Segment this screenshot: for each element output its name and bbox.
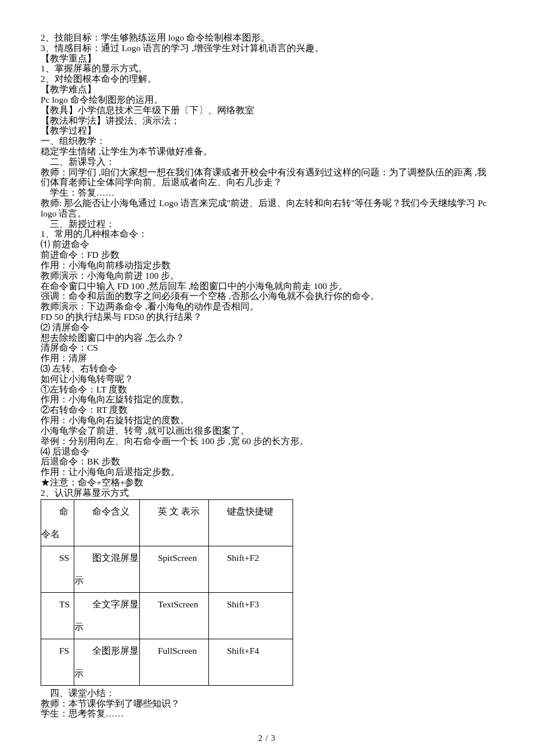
body-text: FD 50 的执行结果与 FD50 的执行结果？ [41, 312, 493, 322]
table-cell: FullScreen [140, 639, 209, 685]
body-text: ★注意：命令+空格+参数 [41, 477, 493, 488]
body-text: 作用：小海龟向右旋转指定的度数。 [41, 415, 493, 426]
document-page: 2、技能目标：学生够熟练运用 logo 命令绘制根本图形。 3、情感目标：通过 … [0, 0, 534, 756]
body-text: ⑶ 左转、右转命令 [41, 363, 493, 374]
body-text: 2、对绘图根本命令的理解。 [41, 74, 493, 84]
body-text: ⑵ 清屏命令 [41, 322, 493, 333]
body-text: ②右转命令：RT 度数 [41, 405, 493, 415]
table-cell: 图文混屏显示 [74, 546, 140, 592]
page-number: 2 / 3 [0, 734, 534, 743]
table-cell: TS [41, 592, 74, 639]
body-text: 作用：让小海龟向后退指定步数。 [41, 467, 493, 477]
body-text: 举例：分别用向左、向右命令画一个长 100 步 ,宽 60 步的长方形。 [41, 436, 493, 447]
table-cell: Shift+F2 [209, 546, 293, 592]
body-text: ①左转命令：LT 度数 [41, 384, 493, 395]
body-text: 一、组织教学： [41, 136, 493, 146]
table-header-cell: 命令含义 [74, 499, 140, 546]
body-text: 稳定学生情绪 ,让学生为本节课做好准备。 [41, 146, 493, 157]
body-text: 想去除绘图窗口中的内容 ,怎么办？ [41, 333, 493, 343]
body-text: 如何让小海龟转弯呢？ [41, 374, 493, 384]
body-text: 2、技能目标：学生够熟练运用 logo 命令绘制根本图形。 [41, 33, 493, 43]
table-row: TS 全文字屏显示 TextScreen Shift+F3 [41, 592, 293, 639]
table-cell: 全图形屏显示 [74, 639, 140, 685]
table-cell: SpitScreen [140, 546, 209, 592]
command-table: 命令名 命令含义 英 文 表示 键盘快捷键 SS 图文混屏显示 SpitScre… [41, 499, 293, 686]
body-text: 教师：同学们 ,咱们大家想一想在我们体育课或者开校会中有没有遇到过这样的问题：为… [41, 167, 493, 188]
table-header-cell: 键盘快捷键 [209, 499, 293, 546]
body-text: ⑷ 后退命令 [41, 447, 493, 457]
body-text: ⑴ 前进命令 [41, 239, 493, 250]
body-text: 在命令窗口中输入 FD 100 ,然后回车 ,绘图窗口中的小海龟就向前走 100… [41, 281, 493, 291]
section-heading: 【教学过程】 [41, 125, 493, 136]
body-text: 1、常用的几种根本命令： [41, 229, 493, 239]
body-text: 小海龟学会了前进、转弯 ,就可以画出很多图案了。 [41, 426, 493, 436]
body-text: 三、新授过程： [41, 219, 493, 229]
body-text: 教师: 那么能否让小海龟通过 Logo 语言来完成"前进、后退、向左转和向右转"… [41, 198, 493, 219]
body-text: 作用：小海龟向前移动指定步数 [41, 260, 493, 271]
table-cell: SS [41, 546, 74, 592]
body-text: 四、课堂小结： [41, 688, 493, 699]
section-heading: 【教学难点】 [41, 84, 493, 95]
section-heading: 【教学重点】 [41, 53, 493, 64]
body-text: 教师演示：小海龟向前进 100 步。 [41, 271, 493, 281]
body-text: 作用：小海龟向左旋转指定的度数。 [41, 394, 493, 405]
table-header-cell: 英 文 表示 [140, 499, 209, 546]
table-row: SS 图文混屏显示 SpitScreen Shift+F2 [41, 546, 293, 592]
body-text: 学生：答复…… [41, 188, 493, 198]
body-text: 3、情感目标：通过 Logo 语言的学习 ,增强学生对计算机语言的兴趣。 [41, 43, 493, 53]
body-text: 前进命令：FD 步数 [41, 250, 493, 260]
table-cell: 全文字屏显示 [74, 592, 140, 639]
table-cell: TextScreen [140, 592, 209, 639]
body-text: 作用：清屏 [41, 353, 493, 363]
body-text: 【教具】小学信息技术三年级下册〔下〕、网络教室 [41, 105, 493, 116]
body-text: 教师：本节课你学到了哪些知识？ [41, 699, 493, 709]
table-row: FS 全图形屏显示 FullScreen Shift+F4 [41, 639, 293, 685]
body-text: 清屏命令：CS [41, 343, 493, 353]
body-text: 【教法和学法】讲授法、演示法； [41, 116, 493, 126]
table-header-cell: 命令名 [41, 499, 74, 546]
table-cell: Shift+F3 [209, 592, 293, 639]
body-text: 教师演示：下边两条命令 ,看小海龟的动作是否相同。 [41, 301, 493, 312]
body-text: Pc logo 命令绘制图形的运用。 [41, 95, 493, 105]
body-text: 二、新课导入： [41, 157, 493, 167]
body-text: 1、掌握屏幕的显示方式。 [41, 63, 493, 74]
table-header-row: 命令名 命令含义 英 文 表示 键盘快捷键 [41, 499, 293, 546]
body-text: 后退命令：BK 步数 [41, 456, 493, 467]
body-text: 强调：命令和后面的数字之间必须有一个空格 ,否那么小海龟就不会执行你的命令。 [41, 291, 493, 301]
body-text: 学生：思考答复…… [41, 708, 493, 719]
body-text: 2、认识屏幕显示方式 [41, 488, 493, 498]
table-cell: FS [41, 639, 74, 685]
table-cell: Shift+F4 [209, 639, 293, 685]
